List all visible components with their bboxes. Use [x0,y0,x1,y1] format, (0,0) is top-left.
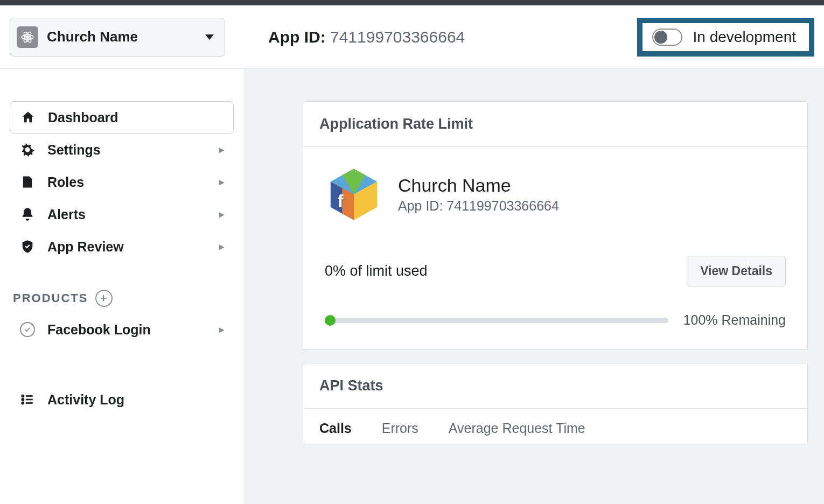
dev-status-text: In development [693,29,796,46]
app-summary-row: f Church Name App ID: 741199703366664 [325,165,786,223]
sidebar: Dashboard Settings ▸ Roles ▸ Alerts ▸ [0,69,243,504]
limit-used-text: 0% of limit used [325,263,428,279]
add-product-button[interactable]: + [95,290,113,307]
api-stats-card: API Stats Calls Errors Average Request T… [303,363,808,444]
status-highlight-box: In development [637,18,814,57]
app-id-label: App ID: [268,28,326,46]
list-icon [19,391,36,408]
sidebar-item-roles[interactable]: Roles ▸ [10,166,234,198]
chevron-right-icon: ▸ [219,144,224,156]
sidebar-item-label: Roles [47,174,84,190]
sidebar-item-label: App Review [47,239,124,255]
sidebar-item-alerts[interactable]: Alerts ▸ [10,198,234,230]
dev-mode-toggle[interactable] [652,29,682,46]
check-circle-icon [19,321,36,338]
shield-icon [19,239,36,255]
main-content: Application Rate Limit f [243,69,824,504]
roles-icon [19,174,36,190]
products-header: PRODUCTS + [10,290,234,307]
chevron-right-icon: ▸ [219,208,224,220]
rate-limit-progress [325,318,668,323]
app-selector-label: Church Name [47,29,138,45]
app-id-sub: App ID: 741199703366664 [398,198,559,214]
app-selector[interactable]: Church Name [10,18,225,57]
sidebar-item-facebook-login[interactable]: Facebook Login ▸ [10,313,234,346]
gear-icon [19,142,36,158]
chevron-right-icon: ▸ [219,241,224,253]
sidebar-item-label: Settings [47,142,101,158]
topbar: Church Name App ID: 741199703366664 In d… [0,5,824,69]
app-id-display: App ID: 741199703366664 [268,28,465,46]
view-details-button[interactable]: View Details [687,256,786,286]
svg-point-8 [22,402,24,404]
app-id-value: 741199703366664 [330,28,465,46]
svg-text:f: f [338,192,344,211]
chevron-right-icon: ▸ [219,176,224,188]
sidebar-item-settings[interactable]: Settings ▸ [10,134,234,166]
sidebar-item-dashboard[interactable]: Dashboard [10,101,234,134]
app-name: Church Name [398,175,559,196]
home-icon [20,109,36,125]
api-stats-title: API Stats [303,363,807,409]
products-header-label: PRODUCTS [13,291,88,305]
bell-icon [19,206,36,222]
sidebar-item-label: Dashboard [48,110,118,125]
tab-calls[interactable]: Calls [319,421,352,444]
sidebar-item-label: Facebook Login [47,322,151,338]
toggle-knob [654,31,667,44]
svg-point-6 [22,398,24,400]
rate-limit-card-title: Application Rate Limit [303,102,807,147]
progress-dot [325,315,336,326]
api-stats-tabs: Calls Errors Average Request Time [303,409,807,444]
atom-icon [17,26,38,48]
tab-avg-request-time[interactable]: Average Request Time [449,421,585,444]
sidebar-item-app-review[interactable]: App Review ▸ [10,230,234,263]
svg-point-4 [22,395,24,397]
app-cube-icon: f [325,165,383,223]
sidebar-item-label: Activity Log [47,392,124,408]
tab-errors[interactable]: Errors [382,421,418,444]
sidebar-item-label: Alerts [47,207,86,222]
remaining-text: 100% Remaining [683,312,786,328]
sidebar-item-activity-log[interactable]: Activity Log [10,383,234,416]
chevron-right-icon: ▸ [219,324,224,335]
caret-down-icon [205,34,214,40]
svg-point-3 [26,36,29,38]
rate-limit-card: Application Rate Limit f [303,101,808,350]
